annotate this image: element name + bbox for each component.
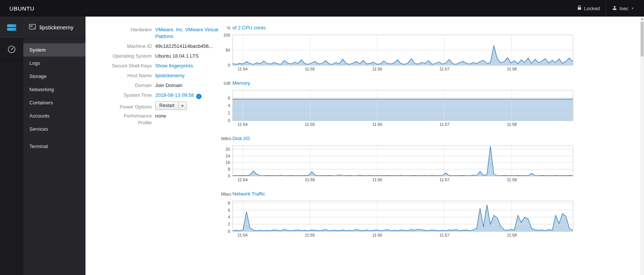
x-tick-label: 11:58 xyxy=(507,177,517,182)
x-tick-label: 11:54 xyxy=(238,233,248,237)
scrollbar[interactable] xyxy=(640,17,644,275)
ssh-keys-label: Secure Shell Keys xyxy=(110,63,155,69)
user-name: tsec xyxy=(620,6,629,11)
x-tick-label: 11:54 xyxy=(238,177,248,182)
network-traffic-chart-x-axis: 11:5411:5511:5611:5711:58 xyxy=(232,233,573,239)
sidebar-item-accounts[interactable]: Accounts xyxy=(23,109,85,122)
x-tick-label: 11:56 xyxy=(372,233,382,237)
y-tick-label: 6 xyxy=(228,208,230,212)
x-tick-label: 11:54 xyxy=(238,122,248,127)
x-tick-label: 11:55 xyxy=(305,122,315,127)
sidebar-item-networking[interactable]: Networking xyxy=(23,83,85,96)
chevron-down-icon: ▾ xyxy=(632,6,633,10)
scrollbar-thumb[interactable] xyxy=(641,22,644,57)
system-time-link[interactable]: 2018-08-13 09:58 xyxy=(155,92,194,98)
hardware-label: Hardware xyxy=(110,26,155,40)
y-tick-label: 4 xyxy=(228,103,230,108)
main-content: Hardware VMware, Inc. VMware Virtual Pla… xyxy=(85,17,644,275)
memory-chart-plot xyxy=(232,90,573,121)
top-bar: UBUNTU Locked tsec ▾ xyxy=(0,0,644,17)
time-info-icon[interactable]: i xyxy=(196,94,201,99)
user-icon xyxy=(612,6,617,11)
os-value: Ubuntu 18.04.1 LTS xyxy=(155,53,198,60)
sidebar-host-name: lipstickenemy xyxy=(40,24,73,31)
disk-io-chart-y-axis: 08162432 xyxy=(221,145,232,176)
sidebar-host[interactable]: lipstickenemy xyxy=(23,17,85,38)
performance-profile-label: Performance Profile xyxy=(110,113,155,126)
brand-title: UBUNTU xyxy=(0,5,34,12)
power-options-split-button: Restart ▾ xyxy=(155,101,187,110)
chart-svg xyxy=(233,146,573,176)
cpu-chart-x-axis: 11:5411:5511:5611:5711:58 xyxy=(232,67,573,73)
y-tick-label: 8 xyxy=(228,167,230,171)
memory-chart-title[interactable]: Memory xyxy=(232,80,250,86)
icon-strip xyxy=(0,17,23,275)
restart-button[interactable]: Restart xyxy=(155,101,179,110)
machine-id-value: 49c1822514114bacb456... xyxy=(155,43,213,50)
disk-io-chart-unit: MiB/s xyxy=(221,136,232,141)
network-traffic-chart-y-axis: 02468 xyxy=(221,201,232,232)
cpu-chart-y-axis: 050100 xyxy=(221,35,232,66)
hostname-link[interactable]: lipstickenemy xyxy=(155,73,185,78)
y-tick-label: 8 xyxy=(228,201,230,205)
x-tick-label: 11:58 xyxy=(507,233,517,237)
x-tick-label: 11:55 xyxy=(305,177,315,182)
x-tick-label: 11:57 xyxy=(440,122,450,127)
cpu-chart-plot xyxy=(232,35,573,66)
sidebar-item-containers[interactable]: Containers xyxy=(23,96,85,109)
sidebar-item-system[interactable]: System xyxy=(23,43,85,57)
x-tick-label: 11:56 xyxy=(372,177,382,182)
memory-chart-unit: GiB xyxy=(221,81,232,86)
join-domain-link[interactable]: Join Domain xyxy=(155,82,182,89)
power-options-dropdown-button[interactable]: ▾ xyxy=(179,101,186,110)
network-traffic-chart-plot xyxy=(232,201,573,232)
locked-button[interactable]: Locked xyxy=(571,0,606,17)
memory-chart: GiB Memory 0246 11:5411:5511:5611:5711:5… xyxy=(221,80,573,128)
x-tick-label: 11:58 xyxy=(507,67,517,71)
disk-io-chart-plot xyxy=(232,145,573,176)
sidebar-item-logs[interactable]: Logs xyxy=(23,57,85,70)
scrollbar-up-icon[interactable] xyxy=(641,18,643,20)
sidebar-item-services[interactable]: Services xyxy=(23,122,85,136)
cpu-chart: % of 2 CPU cores 050100 11:5411:5511:561… xyxy=(221,25,573,73)
performance-profile-value: none xyxy=(155,113,166,126)
y-tick-label: 0 xyxy=(228,229,230,234)
sidebar-item-storage[interactable]: Storage xyxy=(23,70,85,83)
y-tick-label: 100 xyxy=(223,33,230,37)
x-tick-label: 11:55 xyxy=(305,67,315,71)
app-shell: lipstickenemy System Logs Storage Networ… xyxy=(0,17,644,275)
chart-svg xyxy=(233,201,573,231)
locked-label: Locked xyxy=(584,6,600,11)
power-options-label: Power Options xyxy=(110,102,155,110)
x-tick-label: 11:57 xyxy=(440,177,450,182)
x-tick-label: 11:54 xyxy=(238,67,248,71)
domain-label: Domain xyxy=(110,82,155,89)
y-tick-label: 16 xyxy=(226,160,230,165)
memory-chart-x-axis: 11:5411:5511:5611:5711:58 xyxy=(232,122,573,128)
hardware-link[interactable]: VMware, Inc. VMware Virtual Platform xyxy=(155,27,218,39)
user-menu[interactable]: tsec ▾ xyxy=(606,0,639,17)
host-machine-icon[interactable] xyxy=(0,17,23,38)
network-traffic-chart-title[interactable]: Network Traffic xyxy=(232,191,265,197)
os-label: Operating System xyxy=(110,53,155,60)
x-tick-label: 11:55 xyxy=(305,233,315,237)
cpu-chart-title[interactable]: of 2 CPU cores xyxy=(232,25,266,31)
disk-io-chart-x-axis: 11:5411:5511:5611:5711:58 xyxy=(232,177,573,183)
network-traffic-chart: Mbps Network Traffic 02468 11:5411:5511:… xyxy=(221,191,573,239)
network-traffic-chart-unit: Mbps xyxy=(221,192,232,196)
hostname-label: Host Name xyxy=(110,72,155,79)
sidebar-item-terminal[interactable]: Terminal xyxy=(23,140,85,153)
x-tick-label: 11:57 xyxy=(440,67,450,71)
x-tick-label: 11:57 xyxy=(440,233,450,237)
machine-id-label: Machine ID xyxy=(110,43,155,50)
y-tick-label: 50 xyxy=(226,48,230,52)
y-tick-label: 2 xyxy=(228,111,230,115)
system-time-label: System Time xyxy=(110,92,155,99)
show-fingerprints-link[interactable]: Show fingerprints xyxy=(155,63,193,69)
y-tick-label: 24 xyxy=(226,154,230,158)
y-tick-label: 4 xyxy=(228,215,230,219)
dashboard-gauge-icon[interactable] xyxy=(0,38,23,60)
disk-io-chart-title[interactable]: Disk I/O xyxy=(232,136,250,141)
server-icon xyxy=(29,24,36,31)
y-tick-label: 0 xyxy=(228,118,230,123)
